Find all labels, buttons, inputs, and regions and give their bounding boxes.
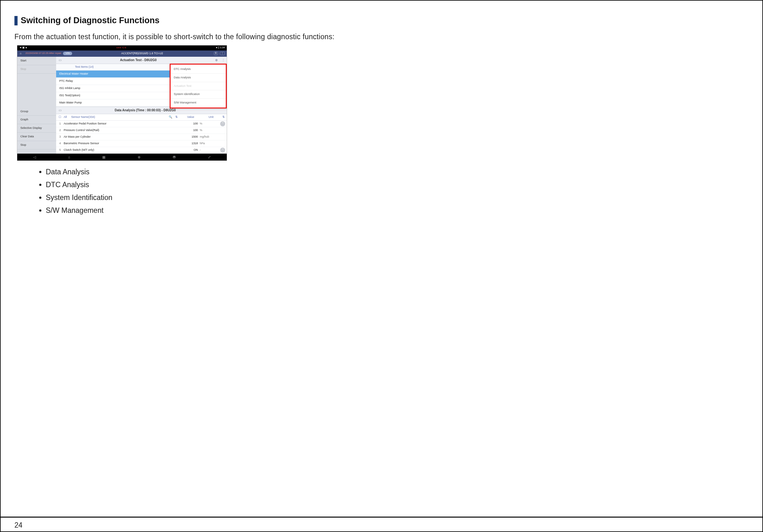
titlebar-icon-1[interactable]: ⎘ — [214, 52, 218, 55]
sensor-name: Barometric Pressure Sensor — [64, 142, 176, 145]
sensor-row[interactable]: 4Barometric Pressure Sensor1318hPa — [56, 141, 227, 147]
row-index: 5 — [59, 149, 64, 152]
row-index: 2 — [59, 129, 64, 132]
heading-accent-bar — [14, 16, 18, 25]
popup-item[interactable]: Data Analysis — [170, 74, 226, 82]
sensor-unit: % — [200, 129, 219, 132]
sidebar-start[interactable]: Start — [17, 57, 56, 65]
nav-icon[interactable]: ⤢ — [208, 155, 211, 159]
zoom-icon[interactable]: ⊕ — [213, 58, 220, 62]
scroll-up-icon[interactable]: ˄ — [220, 121, 225, 126]
sensor-value: 100 — [176, 122, 200, 125]
col-all[interactable]: All — [64, 116, 71, 119]
popup-item[interactable]: S/W Management — [170, 99, 226, 107]
work-area: Start Stop Group Graph Selective Display… — [17, 57, 227, 154]
android-nav-bar: ◁⌂▦⊕⛃⤢ — [17, 154, 227, 160]
nav-icon[interactable]: ▦ — [102, 155, 105, 159]
scroll-down-icon[interactable]: ˅ — [220, 148, 225, 153]
sidebar-clear-data[interactable]: Clear Data — [17, 133, 56, 141]
page-number: 24 — [14, 521, 23, 529]
nav-icon[interactable]: ◁ — [33, 155, 36, 159]
sensor-unit: - — [200, 149, 219, 152]
vehicle-model: ACCENT(RB)/2016/D 1.6 TCI-U2 — [72, 52, 212, 55]
sidebar-graph[interactable]: Graph — [17, 116, 56, 124]
status-left-icons: ◄ ▣ ∎ — [19, 47, 27, 49]
row-test-name: PTC Relay — [59, 80, 182, 83]
bullet-list: Data AnalysisDTC AnalysisSystem Identifi… — [33, 166, 749, 217]
sensor-row[interactable]: 5Clutch Switch (M/T only)ON-˅ — [56, 147, 227, 154]
da-check-all-icon[interactable]: ☐ — [56, 116, 64, 119]
session-info: 2015/03/08 07:22:29 After repair — [24, 52, 61, 55]
main-panels: ▭ Actuation Test - D8U2G0 ⊕ ⋮ Test Items… — [56, 57, 227, 154]
row-index: 4 — [59, 142, 64, 145]
sidebar-selective-display[interactable]: Selective Display — [17, 124, 56, 133]
col-sensor-name[interactable]: Sensor Name(334) — [71, 116, 167, 119]
embedded-screenshot: ◄ ▣ ∎ see·CS ● ▯ 1:34 ⌂ 2015/03/08 07:22… — [17, 45, 227, 161]
footer-rule — [1, 517, 762, 518]
sort-icon[interactable]: ⇅ — [173, 116, 180, 119]
popup-item[interactable]: DTC Analysis — [170, 65, 226, 74]
sensor-unit: mg/hub — [200, 136, 219, 139]
actuation-panel-header: ▭ Actuation Test - D8U2G0 ⊕ ⋮ — [56, 57, 227, 64]
col-value[interactable]: Value — [180, 116, 202, 119]
sensor-unit: % — [200, 122, 219, 125]
android-status-bar: ◄ ▣ ∎ see·CS ● ▯ 1:34 — [17, 46, 227, 51]
popup-item[interactable]: System Identification — [170, 90, 226, 99]
col-unit[interactable]: Unit — [202, 116, 220, 119]
sensor-value: 1318 — [176, 142, 200, 145]
app-title-bar: ⌂ 2015/03/08 07:22:29 After repair VIN A… — [17, 51, 227, 57]
bullet-item: DTC Analysis — [46, 179, 749, 191]
sensor-value: 100 — [176, 129, 200, 132]
row-test-name: Main Water Pump — [59, 101, 182, 104]
row-test-name: ISG Test(Option) — [59, 94, 182, 97]
sensor-value: 1500 — [176, 136, 200, 139]
sensor-name: Clutch Switch (M/T only) — [64, 149, 176, 152]
sensor-name: Air Mass per Cylinder — [64, 136, 176, 139]
row-index: 1 — [59, 122, 64, 125]
da-expand-icon[interactable]: ▭ — [56, 108, 64, 112]
actuation-expand-icon[interactable]: ▭ — [56, 58, 64, 62]
sensor-row[interactable]: 1Accelerator Pedal Position Sensor100%˄ — [56, 121, 227, 127]
sensor-name: Accelerator Pedal Position Sensor — [64, 122, 176, 125]
actuation-panel-title: Actuation Test - D8U2G0 — [64, 58, 213, 62]
nav-icon[interactable]: ⛃ — [173, 155, 175, 159]
kebab-icon[interactable]: ⋮ — [220, 58, 227, 62]
bullet-item: System Identification — [46, 191, 749, 204]
col-test-items[interactable]: Test Items (14) — [56, 65, 182, 69]
titlebar-icon-2[interactable]: ⋮ — [220, 52, 225, 55]
section-body-text: From the actuation test function, it is … — [14, 31, 347, 43]
row-test-name: Electrical Water Heater — [59, 72, 182, 75]
section-heading: Switching of Diagnostic Functions — [14, 16, 749, 25]
popup-item: Actuation Test — [170, 82, 226, 91]
function-switch-popup: DTC AnalysisData AnalysisActuation TestS… — [170, 64, 227, 108]
home-icon[interactable]: ⌂ — [17, 52, 24, 55]
bullet-item: S/W Management — [46, 204, 749, 217]
nav-icon[interactable]: ⊕ — [138, 155, 141, 159]
row-index: 3 — [59, 136, 64, 139]
section-title-text: Switching of Diagnostic Functions — [21, 16, 160, 25]
data-analysis-rows: 1Accelerator Pedal Position Sensor100%˄2… — [56, 121, 227, 154]
nav-icon[interactable]: ⌂ — [68, 155, 70, 159]
da-column-header: ☐ All Sensor Name(334) 🔍 ⇅ Value Unit ⇅ — [56, 114, 227, 121]
document-page: Switching of Diagnostic Functions From t… — [0, 0, 763, 532]
sidebar-group[interactable]: Group — [17, 108, 56, 116]
status-right-icons: ● ▯ 1:34 — [216, 47, 225, 49]
sensor-row[interactable]: 2Pressure Control Valve(Rail)100% — [56, 127, 227, 134]
status-brand: see·CS — [116, 47, 126, 49]
vin-pill[interactable]: VIN — [63, 52, 72, 55]
sensor-unit: hPa — [200, 142, 219, 145]
sensor-row[interactable]: 3Air Mass per Cylinder1500mg/hub — [56, 134, 227, 141]
search-icon[interactable]: 🔍 — [167, 116, 173, 119]
sensor-name: Pressure Control Valve(Rail) — [64, 129, 176, 132]
bullet-item: Data Analysis — [46, 166, 749, 178]
left-sidebar: Start Stop Group Graph Selective Display… — [17, 57, 56, 154]
titlebar-actions: ⎘ ⋮ — [212, 52, 227, 55]
data-analysis-title: Data Analysis (Time : 00:00:03) - D8U2G0 — [64, 108, 227, 112]
row-test-name: ISG Inhibit Lamp — [59, 87, 182, 90]
sidebar-stop2[interactable]: Stop — [17, 141, 56, 150]
sidebar-stop[interactable]: Stop — [17, 65, 56, 74]
sort-icon[interactable]: ⇅ — [220, 116, 227, 119]
sensor-value: ON — [176, 149, 200, 152]
